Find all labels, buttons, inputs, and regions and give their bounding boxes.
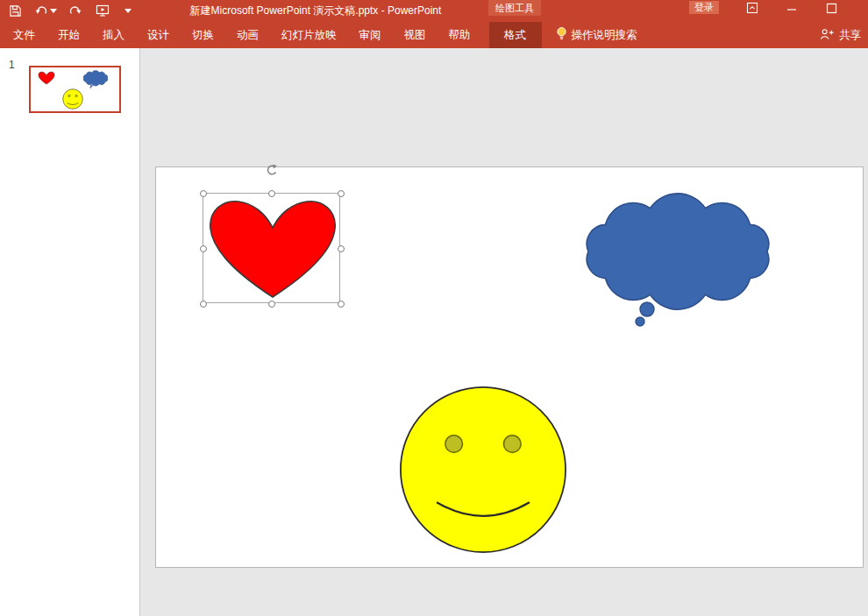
resize-handle-bottom-center[interactable] [268,301,275,308]
heart-shape[interactable] [204,195,341,302]
smiley-face-shape[interactable] [397,384,569,556]
cloud-callout-shape[interactable] [573,190,783,329]
share-button[interactable]: 共享 [820,22,868,48]
start-slideshow-icon[interactable] [95,3,110,18]
sign-in-button[interactable]: 登录 [689,1,719,14]
resize-handle-top-right[interactable] [338,190,345,197]
resize-handle-middle-left[interactable] [200,245,207,252]
slide-number: 1 [9,59,15,71]
tab-file[interactable]: 文件 [2,22,46,48]
undo-dropdown-chevron-icon[interactable] [49,3,58,18]
save-icon[interactable] [7,3,23,18]
minimize-window-icon[interactable] [785,2,799,14]
maximize-window-icon[interactable] [824,2,838,14]
tab-format[interactable]: 格式 [489,22,542,48]
undo-icon[interactable] [33,3,49,18]
slides-panel: 1 [0,48,140,616]
workspace [141,48,868,616]
tab-animations[interactable]: 动画 [225,22,270,48]
powerpoint-window: 新建Microsoft PowerPoint 演示文稿.pptx - Power… [0,0,868,616]
tab-help[interactable]: 帮助 [438,22,482,48]
tab-home[interactable]: 开始 [46,22,91,48]
contextual-tool-header: 绘图工具 [488,0,541,16]
thumb-smiley-icon [62,89,83,110]
tab-view[interactable]: 视图 [393,22,438,48]
tab-review[interactable]: 审阅 [348,22,393,48]
slide-thumbnail-1[interactable] [29,66,121,113]
share-label: 共享 [839,22,861,48]
ribbon-tab-bar: 文件 开始 插入 设计 切换 动画 幻灯片放映 审阅 视图 帮助 格式 操作说明… [0,22,868,48]
tell-me-label: 操作说明搜索 [572,22,637,48]
document-title: 新建Microsoft PowerPoint 演示文稿.pptx - Power… [167,4,465,18]
tab-design[interactable]: 设计 [136,22,181,48]
tab-insert[interactable]: 插入 [91,22,136,48]
slide-canvas[interactable] [155,166,864,568]
thumb-heart-icon [38,71,55,85]
tab-slideshow[interactable]: 幻灯片放映 [270,22,348,48]
share-person-icon [820,28,835,43]
resize-handle-middle-right[interactable] [338,245,345,252]
customize-qat-chevron-icon[interactable] [123,3,133,18]
titlebar: 新建Microsoft PowerPoint 演示文稿.pptx - Power… [0,0,868,48]
tell-me-search[interactable]: 操作说明搜索 [556,22,637,48]
redo-icon[interactable] [67,3,82,18]
tab-transitions[interactable]: 切换 [181,22,225,48]
thumb-cloud-icon [82,70,110,89]
lightbulb-icon [556,26,567,44]
resize-handle-bottom-left[interactable] [200,301,207,308]
resize-handle-top-center[interactable] [268,190,275,197]
resize-handle-bottom-right[interactable] [338,301,345,308]
rotate-handle-icon[interactable] [265,164,279,178]
ribbon-display-options-icon[interactable] [745,2,759,14]
resize-handle-top-left[interactable] [200,190,207,197]
